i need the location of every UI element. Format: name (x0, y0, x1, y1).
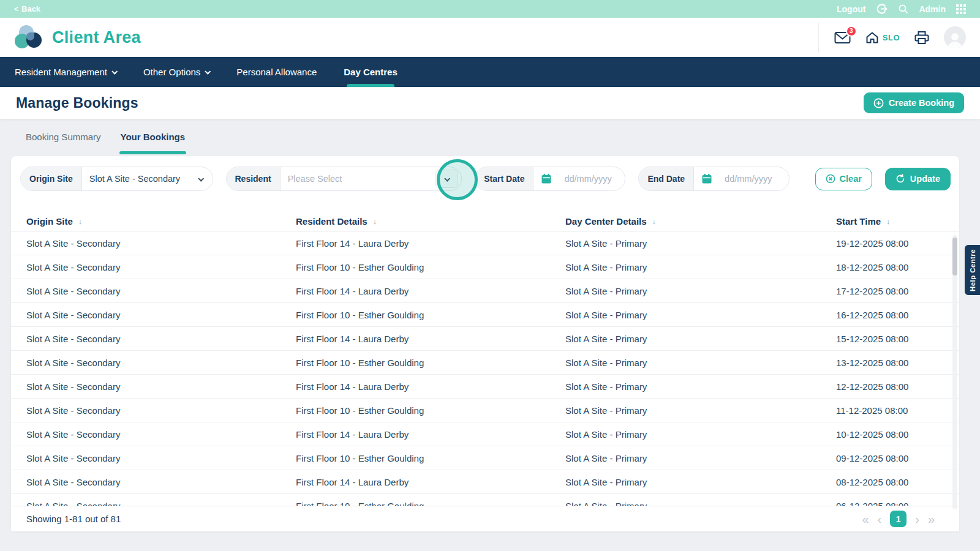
update-button[interactable]: Update (885, 168, 951, 190)
table-row[interactable]: Slot A Site - Secondary First Floor 14 -… (11, 375, 959, 399)
cell-start-time: 17-12-2025 08:00 (836, 286, 959, 296)
table-row[interactable]: Slot A Site - Secondary First Floor 10 -… (11, 494, 959, 506)
cell-origin-site: Slot A Site - Secondary (26, 310, 296, 320)
pagination-first-button[interactable]: « (862, 513, 869, 525)
pagination-last-button[interactable]: » (928, 513, 935, 525)
cell-origin-site: Slot A Site - Secondary (26, 334, 296, 344)
end-date-input[interactable]: dd/mm/yyyy (717, 174, 781, 184)
top-utility-bar: < Back Logout Admin (0, 0, 980, 18)
table-body: Slot A Site - Secondary First Floor 14 -… (11, 231, 959, 506)
column-header-origin-site[interactable]: Origin Site↓ (26, 216, 296, 227)
messages-button[interactable]: 3 (834, 31, 851, 44)
sort-icon[interactable]: ↓ (886, 217, 891, 226)
table-row[interactable]: Slot A Site - Secondary First Floor 10 -… (11, 399, 959, 422)
tabs-bar: Booking Summary Your Bookings (0, 119, 980, 154)
start-date-input[interactable]: dd/mm/yyyy (557, 174, 619, 184)
logout-button[interactable]: Logout (837, 4, 865, 14)
nav-resident-management[interactable]: Resident Management (15, 57, 116, 87)
pagination-current-page[interactable]: 1 (890, 511, 907, 527)
column-header-day-center-details[interactable]: Day Center Details↓ (565, 216, 836, 227)
table-row[interactable]: Slot A Site - Secondary First Floor 10 -… (11, 255, 959, 279)
cell-origin-site: Slot A Site - Secondary (26, 477, 296, 487)
cell-start-time: 11-12-2025 08:00 (836, 405, 959, 416)
cell-day-center-details: Slot A Site - Primary (565, 405, 836, 416)
app-title: Client Area (52, 28, 141, 47)
table-scrollbar-track[interactable] (952, 235, 957, 509)
resident-dropdown-button[interactable] (435, 170, 458, 188)
filter-bar: Origin Site Slot A Site - Secondary Resi… (11, 156, 959, 191)
cell-day-center-details: Slot A Site - Primary (565, 286, 836, 296)
table-row[interactable]: Slot A Site - Secondary First Floor 14 -… (11, 231, 959, 255)
cell-origin-site: Slot A Site - Secondary (26, 286, 296, 296)
start-date-field[interactable]: Start Date dd/mm/yyyy (475, 167, 625, 191)
user-avatar[interactable] (944, 26, 966, 48)
cell-start-time: 10-12-2025 08:00 (836, 429, 959, 440)
chevron-down-icon (205, 69, 211, 75)
cell-day-center-details: Slot A Site - Primary (565, 429, 836, 440)
sort-icon[interactable]: ↓ (373, 217, 377, 226)
printer-icon (914, 31, 929, 45)
end-date-field[interactable]: End Date dd/mm/yyyy (638, 167, 789, 191)
create-booking-label: Create Booking (889, 98, 954, 108)
back-button[interactable]: < Back (14, 4, 40, 13)
table-row[interactable]: Slot A Site - Secondary First Floor 14 -… (11, 422, 959, 446)
pagination-prev-button[interactable]: ‹ (878, 513, 882, 525)
chevron-down-icon (111, 69, 118, 75)
nav-day-centres[interactable]: Day Centres (344, 57, 398, 87)
home-site-button[interactable]: SLO (865, 31, 900, 44)
cell-day-center-details: Slot A Site - Primary (565, 334, 836, 344)
help-centre-label: Help Centre (969, 249, 976, 291)
tab-booking-summary[interactable]: Booking Summary (24, 119, 102, 154)
cell-start-time: 15-12-2025 08:00 (836, 334, 959, 344)
app-header: Client Area 3 SLO (0, 18, 980, 57)
admin-menu[interactable]: Admin (919, 4, 946, 14)
app-logo-icon (14, 24, 43, 51)
cell-start-time: 08-12-2025 08:00 (836, 477, 959, 487)
cell-day-center-details: Slot A Site - Primary (565, 262, 836, 272)
cell-origin-site: Slot A Site - Secondary (26, 453, 296, 463)
logout-icon[interactable] (876, 3, 888, 15)
tab-your-bookings[interactable]: Your Bookings (119, 119, 187, 154)
table-row[interactable]: Slot A Site - Secondary First Floor 14 -… (11, 279, 959, 303)
sort-icon[interactable]: ↓ (78, 217, 83, 226)
help-centre-tab[interactable]: Help Centre (965, 245, 980, 295)
cell-origin-site: Slot A Site - Secondary (26, 358, 296, 368)
column-header-start-time[interactable]: Start Time↓ (836, 216, 959, 227)
resident-select[interactable]: Resident Please Select (226, 167, 462, 191)
origin-site-select[interactable]: Origin Site Slot A Site - Secondary (20, 167, 213, 191)
back-chevron-icon: < (14, 5, 18, 13)
apps-grid-icon[interactable] (956, 4, 966, 14)
search-icon[interactable] (898, 4, 908, 14)
cancel-circle-icon (826, 174, 835, 184)
clear-button[interactable]: Clear (815, 168, 872, 190)
cell-start-time: 09-12-2025 08:00 (836, 453, 959, 463)
cell-day-center-details: Slot A Site - Primary (565, 381, 836, 392)
nav-personal-allowance[interactable]: Personal Allowance (236, 57, 317, 87)
page-title: Manage Bookings (16, 95, 138, 111)
table-row[interactable]: Slot A Site - Secondary First Floor 14 -… (11, 470, 959, 494)
calendar-icon (541, 173, 552, 184)
print-button[interactable] (914, 31, 929, 45)
table-scrollbar-thumb[interactable] (952, 238, 957, 276)
column-header-resident-details[interactable]: Resident Details↓ (296, 216, 565, 227)
table-row[interactable]: Slot A Site - Secondary First Floor 10 -… (11, 351, 959, 375)
cell-day-center-details: Slot A Site - Primary (565, 310, 836, 320)
nav-other-options[interactable]: Other Options (143, 57, 209, 87)
origin-site-label: Origin Site (21, 167, 82, 190)
calendar-icon (701, 173, 712, 184)
cell-start-time: 18-12-2025 08:00 (836, 262, 959, 272)
cell-resident-details: First Floor 14 - Laura Derby (296, 334, 565, 344)
sort-icon[interactable]: ↓ (652, 217, 657, 226)
header-divider (818, 23, 819, 52)
table-row[interactable]: Slot A Site - Secondary First Floor 14 -… (11, 327, 959, 351)
cell-start-time: 13-12-2025 08:00 (836, 358, 959, 368)
start-date-label: Start Date (475, 167, 533, 190)
cell-resident-details: First Floor 10 - Esther Goulding (296, 358, 565, 368)
pagination-next-button[interactable]: › (915, 513, 919, 525)
table-row[interactable]: Slot A Site - Secondary First Floor 10 -… (11, 303, 959, 327)
create-booking-button[interactable]: Create Booking (864, 92, 964, 113)
table-row[interactable]: Slot A Site - Secondary First Floor 10 -… (11, 446, 959, 470)
cell-start-time: 12-12-2025 08:00 (836, 381, 959, 392)
cell-origin-site: Slot A Site - Secondary (26, 405, 296, 416)
refresh-icon (895, 174, 905, 184)
